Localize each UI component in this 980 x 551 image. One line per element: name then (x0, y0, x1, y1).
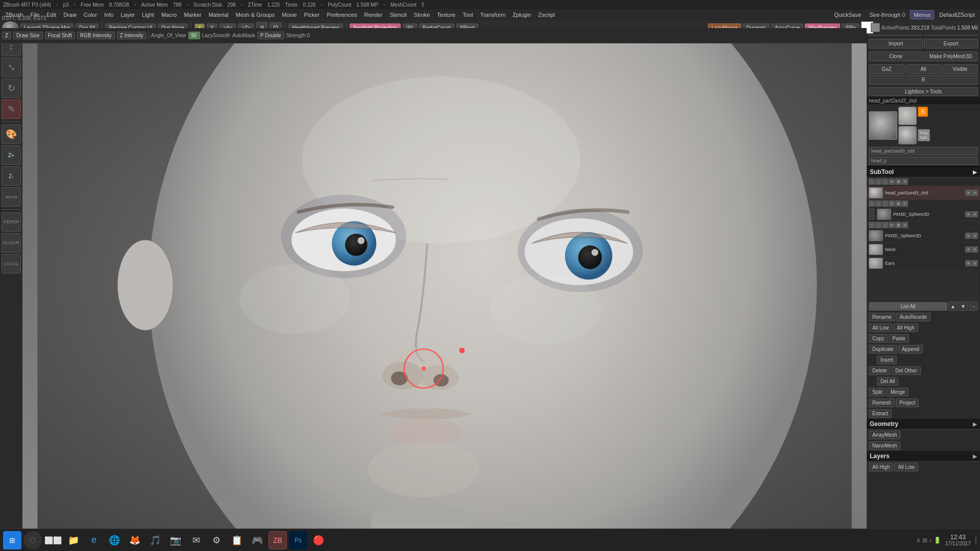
default-zscript-btn[interactable]: DefaultZScript (936, 11, 978, 19)
taskbar-notes[interactable]: 📋 (228, 531, 246, 549)
sidebar-zadd[interactable]: Z+ (2, 145, 21, 165)
menu-stroke[interactable]: Stroke (411, 11, 433, 19)
tray-battery[interactable]: 🔋 (934, 537, 941, 544)
angle-value[interactable]: 90 (188, 32, 200, 39)
sidebar-persp[interactable]: PERSP (2, 212, 21, 232)
insert-btn-real[interactable]: Insert (877, 356, 897, 364)
all-high-geo-btn[interactable]: All High (869, 463, 893, 471)
st-lock-3[interactable]: R (972, 233, 978, 239)
canvas-area[interactable]: 人人素材 人人素材 人人素材 人人素材 人人素材 人人素材 人人素材 人人素材 (22, 35, 867, 529)
taskbar-substance[interactable]: 🔴 (309, 531, 328, 549)
merge-btn[interactable]: Merge (887, 388, 908, 396)
st3-filter-2[interactable]: □ (875, 222, 881, 228)
menus-btn[interactable]: Menus (910, 10, 934, 19)
arrow-up-btn[interactable]: ▲ (948, 302, 958, 311)
layers-header[interactable]: Layers ▶ (867, 451, 980, 462)
del-all-btn[interactable]: Del All (877, 377, 898, 386)
st3-filter-1[interactable]: □ (869, 222, 875, 228)
del-other-btn[interactable]: Del Other (892, 366, 921, 375)
brush-intensity-btn[interactable]: Focal Shift (45, 32, 75, 39)
visible-btn[interactable]: Visible (942, 64, 978, 74)
r-btn[interactable]: R (869, 75, 978, 85)
st2-filter-2[interactable]: □ (875, 201, 881, 207)
taskbar-camera[interactable]: 📷 (166, 531, 185, 549)
sphere-simple-thumb[interactable] (898, 107, 917, 125)
taskbar-explorer[interactable]: 📁 (64, 531, 83, 549)
brush-mode-btn[interactable]: Z (2, 32, 11, 39)
st-eye-5[interactable]: 👁 (965, 260, 971, 266)
taskbar-firefox[interactable]: 🦊 (126, 531, 144, 549)
st-eye-4[interactable]: 👁 (965, 246, 971, 253)
subtool-header[interactable]: SubTool ▶ (867, 167, 980, 178)
head-p-display[interactable]: head_p (869, 157, 978, 165)
st2-filter-5[interactable]: ◉ (895, 201, 901, 207)
sidebar-rgb[interactable]: 🎨 (2, 124, 21, 144)
menu-render[interactable]: Render (361, 11, 385, 19)
subtool-item-sphere1[interactable]: PM3D_Sphere3D 👁 R (867, 208, 980, 221)
sidebar-scale[interactable]: ⤡ (2, 58, 21, 77)
copy-btn[interactable]: Copy (869, 334, 888, 343)
st-filter-2[interactable]: □ (875, 179, 881, 185)
st-lock-1[interactable]: R (972, 190, 978, 196)
st3-filter-5[interactable]: ◉ (895, 222, 901, 228)
menu-info[interactable]: Info (101, 11, 116, 19)
st-lock-4[interactable]: R (972, 246, 978, 253)
menu-material[interactable]: Material (206, 11, 232, 19)
arrow-down-btn[interactable]: ▼ (959, 302, 968, 311)
taskbar-itunes[interactable]: 🎵 (146, 531, 164, 549)
rename-btn[interactable]: Rename (869, 313, 895, 321)
subtool-item-ears[interactable]: Ears 👁 R (867, 257, 980, 270)
clock-display[interactable]: 12:43 17/11/2017 (945, 534, 971, 546)
sidebar-floor[interactable]: FLOOR (2, 233, 21, 253)
st2-filter-3[interactable]: □ (882, 201, 888, 207)
menu-stencil[interactable]: Stencil (387, 11, 410, 19)
subtool-item-neck[interactable]: Neck 👁 R (867, 243, 980, 257)
array-mesh-btn[interactable]: ArrayMesh (869, 431, 900, 439)
menu-light[interactable]: Light (139, 11, 157, 19)
clone-btn[interactable]: Clone (869, 52, 923, 61)
menu-movie[interactable]: Movie (279, 11, 300, 19)
subtool-item-sphere2[interactable]: PM3D_Sphere3D 👁 R (867, 229, 980, 243)
menu-marker[interactable]: Marker (181, 11, 204, 19)
taskbar-start[interactable]: ⊞ (3, 531, 21, 549)
st-filter-3[interactable]: □ (882, 179, 888, 185)
menu-tool[interactable]: Tool (459, 11, 476, 19)
all-low-btn[interactable]: All Low (869, 323, 892, 332)
taskbar-task-view[interactable]: ⬜⬜ (44, 531, 62, 549)
delete-btn[interactable]: Delete (869, 366, 891, 375)
st-filter-5[interactable]: ◉ (895, 179, 901, 185)
menu-texture[interactable]: Texture (434, 11, 458, 19)
st2-filter-6[interactable]: R (902, 201, 908, 207)
st2-filter-4[interactable]: 👁 (889, 201, 895, 207)
duplicate-btn[interactable]: Duplicate (869, 345, 897, 354)
menu-layer[interactable]: Layer (118, 11, 138, 19)
st-filter-1[interactable]: □ (869, 179, 875, 185)
menu-zscript[interactable]: Zscript (535, 11, 558, 19)
sidebar-draw[interactable]: ✎ (2, 99, 21, 119)
p-double-btn[interactable]: P Double (257, 32, 284, 39)
brush-size-btn[interactable]: Draw Size (13, 32, 43, 39)
geometry-header[interactable]: Geometry ▶ (867, 419, 980, 430)
export-btn[interactable]: Export (924, 39, 978, 48)
all-btn[interactable]: All (905, 64, 941, 74)
quicksave-btn[interactable]: QuickSave (831, 11, 864, 19)
lightbox-btn[interactable]: Lightbox > Tools (869, 87, 978, 96)
subtool-item-head[interactable]: head_part2and3_ztol 👁 R (867, 186, 980, 200)
taskbar-zbrush-app[interactable]: ZB (268, 531, 287, 549)
auto-reorder-btn[interactable]: AutoReorde (896, 313, 930, 321)
current-mesh-thumb[interactable] (869, 111, 897, 140)
zbrush-s-icon[interactable]: S (918, 107, 928, 117)
st-eye-1[interactable]: 👁 (965, 190, 971, 196)
st3-filter-3[interactable]: □ (882, 222, 888, 228)
tray-chevron[interactable]: ∧ (916, 537, 921, 544)
taskbar-mail[interactable]: ✉ (187, 531, 205, 549)
st-eye-3[interactable]: 👁 (965, 233, 971, 239)
menu-draw[interactable]: Draw (60, 11, 80, 19)
split-btn[interactable]: Split (869, 388, 886, 396)
taskbar-edge[interactable]: e (85, 531, 103, 549)
menu-mesh-groups[interactable]: Mesh & Groups (233, 11, 278, 19)
bg-color-swatch[interactable] (871, 23, 880, 32)
menu-transform[interactable]: Transform (477, 11, 509, 19)
polysph-btn[interactable]: PolySph (918, 129, 930, 141)
import-btn[interactable]: Import (869, 39, 923, 48)
